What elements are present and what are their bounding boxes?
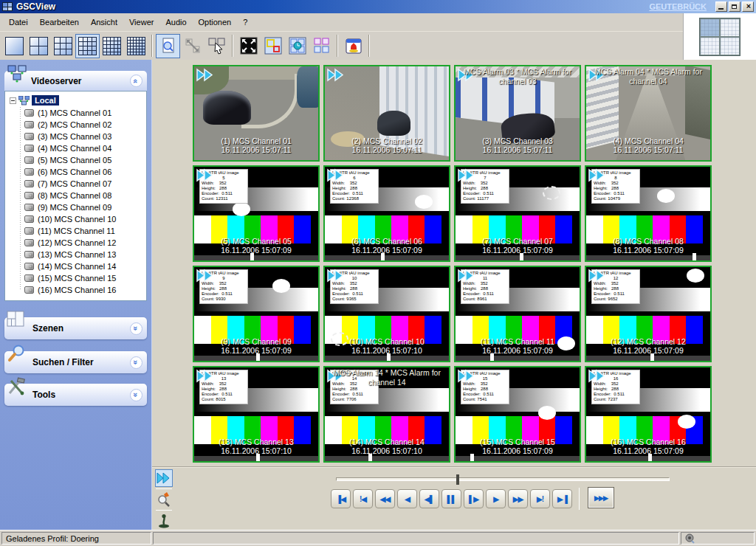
video-tile-4[interactable]: MCS Alarm 04 * MCS Alarm for channel 04(…: [585, 65, 712, 162]
menu-viewer[interactable]: Viewer: [123, 15, 159, 29]
tree-item-channel-2[interactable]: (2) MCS Channel 02: [5, 119, 146, 131]
swap-cameras-button[interactable]: [180, 34, 205, 58]
timeline-slider[interactable]: [336, 477, 670, 481]
tree-item-channel-7[interactable]: (7) MCS Channel 07: [5, 178, 146, 190]
tree-item-channel-16[interactable]: (16) MCS Channel 16: [5, 284, 146, 296]
fullscreen-arrows-icon: [240, 37, 258, 55]
tree-item-channel-14[interactable]: (14) MCS Channel 14: [5, 260, 146, 272]
tree-item-channel-8[interactable]: (8) MCS Channel 08: [5, 190, 146, 201]
live-mode-button[interactable]: [155, 469, 173, 487]
video-tile-6[interactable]: LucIITR tAU image6Width: 352Height: 288E…: [323, 165, 450, 262]
video-tile-10[interactable]: LucIITR tAU image10Width: 352Height: 288…: [323, 266, 450, 362]
pause-button[interactable]: ▌▌: [441, 489, 461, 508]
layout-4x4-button[interactable]: [75, 34, 100, 58]
play-forward-button[interactable]: ▶: [486, 489, 506, 508]
jump-to-start-button[interactable]: ▐◀: [331, 489, 351, 508]
video-tile-3[interactable]: MCS Alarm 03 * MCS Alarm for channel 03(…: [454, 65, 581, 162]
tree-item-channel-13[interactable]: (13) MCS Channel 13: [5, 249, 146, 260]
jump-to-end-button[interactable]: ▶▐: [552, 489, 572, 508]
alarm-bell-icon: [345, 38, 362, 55]
alarm-button[interactable]: [341, 34, 365, 58]
menu-audio[interactable]: Audio: [159, 15, 192, 29]
video-tile-5[interactable]: LucIITR tAU image5Width: 352Height: 288E…: [193, 165, 320, 262]
fullscreen-button[interactable]: [236, 34, 261, 58]
transport-bar: ▐◀!◀◀◀◀◀▌▌▌▌▶▶▶▶▶!▶▐ ▶▶▶: [152, 466, 756, 530]
time-sync-button[interactable]: [285, 34, 309, 58]
video-tile-13[interactable]: LucIITR tAU image13Width: 352Height: 288…: [193, 366, 320, 463]
video-tile-16[interactable]: LucIITR tAU image16Width: 352Height: 288…: [585, 366, 712, 463]
joystick-button[interactable]: [155, 512, 173, 530]
layout-2x2-button[interactable]: [27, 34, 51, 58]
menu-ansicht[interactable]: Ansicht: [85, 15, 123, 29]
alarm-text: MCS Alarm 03 * MCS Alarm for channel 03: [456, 67, 580, 86]
main-row: Videoserver « Local (1) MCS C: [0, 60, 756, 530]
expand-suchen-button[interactable]: »: [130, 356, 142, 369]
close-button[interactable]: ×: [742, 1, 754, 12]
multiview-button[interactable]: [309, 34, 334, 58]
video-tile-12[interactable]: LucIITR tAU image12Width: 352Height: 288…: [585, 266, 712, 362]
scene-edit-button[interactable]: [261, 34, 285, 58]
video-tile-9[interactable]: LucIITR tAU image9Width: 352Height: 288E…: [193, 266, 320, 362]
next-alarm-button[interactable]: ▶!: [530, 489, 550, 508]
step-backward-button[interactable]: ◀▌: [419, 489, 439, 508]
collapse-node-icon[interactable]: [10, 97, 16, 104]
tree-item-channel-12[interactable]: (12) MCS Channel 12: [5, 237, 146, 249]
select-cursor-icon: [207, 36, 227, 55]
tree-item-channel-10[interactable]: (10) MCS Channel 10: [5, 213, 146, 225]
tree-root-label[interactable]: Local: [32, 95, 59, 106]
layout-6x6-button[interactable]: [124, 34, 148, 58]
play-backward-button[interactable]: ◀: [397, 489, 417, 508]
fast-forward-button[interactable]: ▶▶: [508, 489, 528, 508]
restore-button[interactable]: [729, 1, 740, 12]
channel-label: (13) MCS Channel 13: [38, 250, 116, 259]
minimize-button[interactable]: [715, 1, 727, 12]
fast-rewind-button[interactable]: ◀◀: [375, 489, 395, 508]
tree-item-channel-3[interactable]: (3) MCS Channel 03: [5, 131, 146, 142]
expand-szenen-button[interactable]: »: [130, 322, 142, 335]
panel-tools[interactable]: Tools »: [4, 384, 147, 406]
info-line: Height: 288: [332, 286, 377, 291]
previous-alarm-button[interactable]: !◀: [353, 489, 373, 508]
video-tile-1[interactable]: (1) MCS Channel 0116.11.2006 15:07:11: [193, 65, 320, 162]
sync-clock-icon: [289, 37, 306, 55]
layout-overview-thumbnail[interactable]: [699, 18, 740, 56]
tree-item-channel-15[interactable]: (15) MCS Channel 15: [5, 272, 146, 284]
tree-root-local[interactable]: Local: [5, 94, 146, 107]
bouncing-ball: [538, 406, 556, 420]
tree-item-channel-11[interactable]: (11) MCS Channel 11: [5, 225, 146, 237]
select-cameras-button[interactable]: [205, 34, 229, 58]
layout-1x1-button[interactable]: [2, 34, 27, 58]
tree-item-channel-5[interactable]: (5) MCS Channel 05: [5, 154, 146, 166]
geutebrueck-link[interactable]: GEUTEBRÜCK: [649, 2, 707, 11]
collapse-videoserver-button[interactable]: «: [130, 75, 142, 87]
tree-item-channel-4[interactable]: (4) MCS Channel 04: [5, 142, 146, 154]
menu-optionen[interactable]: Optionen: [193, 15, 238, 29]
layout-3x3-button[interactable]: [51, 34, 75, 58]
tree-item-channel-6[interactable]: (6) MCS Channel 06: [5, 166, 146, 178]
panel-suchen-filter[interactable]: Suchen / Filter »: [4, 351, 147, 373]
timeline-slider-handle[interactable]: [456, 474, 459, 485]
video-tile-7[interactable]: LucIITR tAU image7Width: 352Height: 288E…: [454, 165, 581, 262]
tile-timestamp: 16.11.2006 15:07:11: [194, 145, 318, 154]
bouncing-ball: [415, 195, 433, 209]
video-tile-2[interactable]: (2) MCS Channel 0216.11.2006 15:07:11: [323, 65, 450, 162]
viewer-area: (1) MCS Channel 0116.11.2006 15:07:11(2)…: [152, 60, 756, 530]
tree-item-channel-9[interactable]: (9) MCS Channel 09: [5, 201, 146, 213]
menu-datei[interactable]: Datei: [3, 15, 34, 29]
step-forward-button[interactable]: ▌▶: [464, 489, 484, 508]
menu-help[interactable]: ?: [237, 15, 253, 29]
tree-item-channel-1[interactable]: (1) MCS Channel 01: [5, 107, 146, 119]
preview-button[interactable]: [156, 34, 180, 58]
event-search-button[interactable]: [155, 491, 173, 508]
expand-tools-button[interactable]: »: [130, 389, 142, 401]
video-tile-15[interactable]: LucIITR tAU image15Width: 352Height: 288…: [454, 366, 581, 463]
panel-szenen[interactable]: Szenen »: [4, 317, 147, 339]
video-tile-11[interactable]: LucIITR tAU image11Width: 352Height: 288…: [454, 266, 581, 362]
video-tile-14[interactable]: LucIITR tAU image14Width: 352Height: 288…: [323, 366, 450, 463]
video-tile-8[interactable]: LucIITR tAU image8Width: 352Height: 288E…: [585, 165, 712, 262]
videoserver-header[interactable]: Videoserver «: [4, 71, 147, 91]
info-line: Count: 12311: [202, 196, 246, 201]
layout-5x5-button[interactable]: [100, 34, 124, 58]
live-button[interactable]: ▶▶▶: [588, 487, 614, 508]
menu-bearbeiten[interactable]: Bearbeiten: [34, 15, 85, 29]
